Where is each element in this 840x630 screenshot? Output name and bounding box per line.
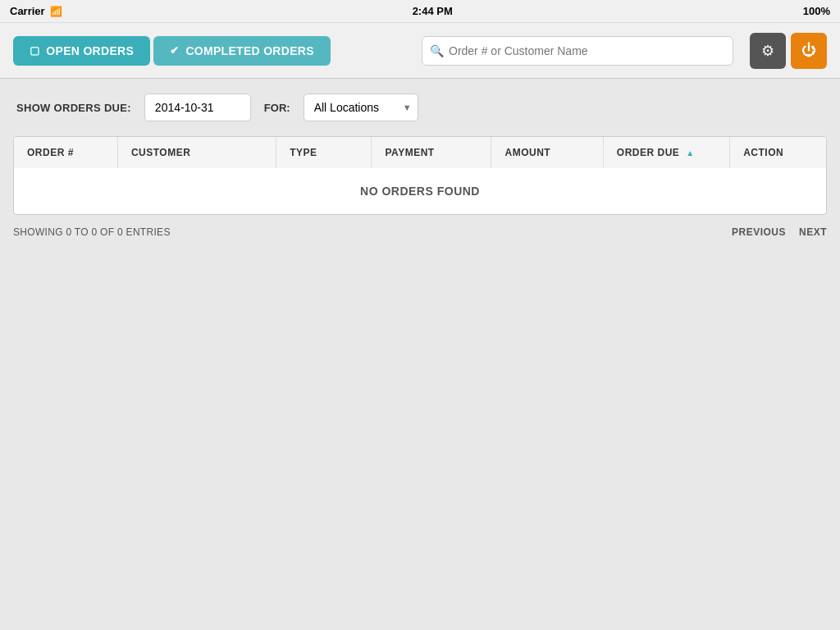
col-header-type: TYPE xyxy=(276,137,372,168)
table-header-row: ORDER # CUSTOMER TYPE PAYMENT AMOUNT ORD… xyxy=(14,137,826,168)
search-icon: 🔍 xyxy=(430,44,444,57)
col-header-action: ACTION xyxy=(730,137,826,168)
carrier-label: Carrier xyxy=(10,5,45,17)
entries-info: SHOWING 0 TO 0 OF 0 ENTRIES xyxy=(13,226,171,238)
col-header-customer: CUSTOMER xyxy=(117,137,276,168)
search-input[interactable] xyxy=(422,36,733,66)
col-header-order: ORDER # xyxy=(14,137,117,168)
orders-table: ORDER # CUSTOMER TYPE PAYMENT AMOUNT ORD… xyxy=(14,137,826,214)
location-select-wrapper: All Locations ▼ xyxy=(304,94,418,121)
location-select[interactable]: All Locations xyxy=(304,94,418,121)
power-icon: ⏻ xyxy=(801,42,816,59)
open-orders-tab[interactable]: ▢ OPEN ORDERS xyxy=(13,36,150,66)
show-orders-due-label: SHOW ORDERS DUE: xyxy=(16,102,131,114)
table-header: ORDER # CUSTOMER TYPE PAYMENT AMOUNT ORD… xyxy=(14,137,826,168)
power-button[interactable]: ⏻ xyxy=(791,33,827,69)
time-display: 2:44 PM xyxy=(413,5,453,17)
wifi-icon: 📶 xyxy=(50,6,62,17)
nav-tabs: ▢ OPEN ORDERS ✔ COMPLETED ORDERS xyxy=(13,36,405,66)
col-header-amount: AMOUNT xyxy=(491,137,603,168)
pagination-bar: SHOWING 0 TO 0 OF 0 ENTRIES PREVIOUS NEX… xyxy=(0,215,840,249)
orders-table-container: ORDER # CUSTOMER TYPE PAYMENT AMOUNT ORD… xyxy=(13,136,827,215)
col-header-payment: PAYMENT xyxy=(372,137,491,168)
open-orders-label: OPEN ORDERS xyxy=(46,44,134,57)
status-left: Carrier 📶 xyxy=(10,5,62,17)
gear-icon: ⚙ xyxy=(761,42,774,60)
next-button[interactable]: NEXT xyxy=(799,226,827,238)
settings-button[interactable]: ⚙ xyxy=(750,33,786,69)
nav-actions: ⚙ ⏻ xyxy=(750,33,827,69)
completed-orders-icon: ✔ xyxy=(170,44,179,57)
search-area: 🔍 xyxy=(422,36,733,66)
top-nav: ▢ OPEN ORDERS ✔ COMPLETED ORDERS 🔍 ⚙ ⏻ xyxy=(0,23,840,79)
no-orders-row: NO ORDERS FOUND xyxy=(14,168,826,214)
status-bar: Carrier 📶 2:44 PM 100% xyxy=(0,0,840,23)
completed-orders-tab[interactable]: ✔ COMPLETED ORDERS xyxy=(153,36,331,66)
no-orders-message: NO ORDERS FOUND xyxy=(14,168,826,214)
battery-display: 100% xyxy=(803,5,830,17)
col-header-due[interactable]: ORDER DUE ▲ xyxy=(603,137,729,168)
filter-bar: SHOW ORDERS DUE: FOR: All Locations ▼ xyxy=(0,79,840,136)
open-orders-icon: ▢ xyxy=(30,44,39,57)
previous-button[interactable]: PREVIOUS xyxy=(732,226,786,238)
completed-orders-label: COMPLETED ORDERS xyxy=(185,44,313,57)
sort-asc-icon: ▲ xyxy=(686,148,694,158)
table-body: NO ORDERS FOUND xyxy=(14,168,826,214)
date-input[interactable] xyxy=(144,94,251,121)
pagination-buttons: PREVIOUS NEXT xyxy=(732,226,827,238)
for-label: FOR: xyxy=(264,102,290,114)
